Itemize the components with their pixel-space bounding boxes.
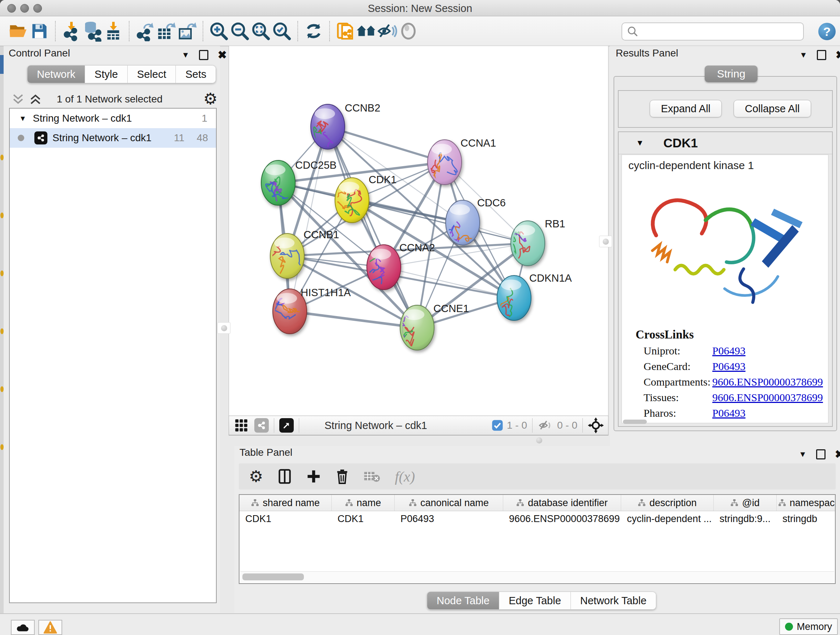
table-hscrollbar[interactable]	[240, 571, 834, 583]
panel-menu-icon[interactable]: ▼	[799, 51, 807, 59]
column-header-namespace[interactable]: namespace	[777, 495, 836, 511]
import-network-file-button[interactable]	[61, 21, 82, 42]
close-panel-icon[interactable]: ✖	[836, 50, 840, 60]
expand-all-icon[interactable]	[29, 93, 42, 105]
zoom-out-button[interactable]	[229, 21, 250, 42]
gray-eye-icon	[399, 22, 418, 41]
column-header-description[interactable]: description	[621, 495, 714, 511]
cloud-status-button[interactable]	[11, 620, 35, 635]
tab-style[interactable]: Style	[85, 65, 127, 83]
gene-section-header[interactable]: ▼ CDK1	[619, 132, 832, 154]
network-edge[interactable]	[290, 311, 417, 328]
network-edge[interactable]	[290, 127, 328, 311]
tab-string[interactable]: String	[705, 65, 758, 82]
collection-caret-icon[interactable]: ▼	[19, 114, 27, 123]
float-panel-icon[interactable]	[199, 50, 208, 60]
fit-content-crosshair-icon[interactable]	[588, 417, 604, 433]
crosslink-link[interactable]: P06493	[712, 345, 745, 357]
zoom-selected-button[interactable]	[271, 21, 292, 42]
bottom-splitter-handle[interactable]	[534, 436, 545, 445]
open-session-button[interactable]	[8, 21, 29, 42]
network-canvas[interactable]: CCNB2CCNA1CDC25BCDK1CDC6RB1CCNB1CCNA2CDK…	[229, 46, 608, 416]
table-cell[interactable]: stringdb	[777, 511, 836, 526]
grid-view-icon[interactable]	[234, 418, 248, 432]
string-style-icon[interactable]	[254, 418, 269, 432]
column-header-database-identifier[interactable]: database identifier	[503, 495, 621, 511]
network-node-CDC25B[interactable]: CDC25B	[261, 159, 336, 205]
table-row[interactable]: CDK1CDK1P064939606.ENSP00000378699cyclin…	[240, 511, 835, 526]
tab-edge-table[interactable]: Edge Table	[499, 592, 571, 610]
float-panel-icon[interactable]	[817, 50, 826, 60]
close-panel-icon[interactable]: ✖	[218, 50, 227, 60]
table-cell[interactable]: CDK1	[240, 511, 332, 526]
collapse-all-button[interactable]: Collapse All	[734, 100, 811, 117]
search-input[interactable]	[642, 26, 803, 38]
export-table-button[interactable]	[156, 21, 177, 42]
column-header-@id[interactable]: @id	[714, 495, 777, 511]
help-button[interactable]: ?	[818, 23, 836, 40]
tab-network[interactable]: Network	[27, 65, 85, 83]
collapse-all-icon[interactable]	[11, 93, 25, 105]
delete-column-icon[interactable]	[335, 469, 349, 485]
crosslink-link[interactable]: P06493	[712, 360, 745, 372]
table-cell[interactable]: P06493	[395, 511, 503, 526]
table-cell[interactable]: cyclin-dependent ...	[621, 511, 714, 526]
zoom-fit-button[interactable]	[250, 21, 271, 42]
table-cell[interactable]: CDK1	[332, 511, 395, 526]
column-header-name[interactable]: name	[332, 495, 395, 511]
birdseye-view-icon[interactable]	[279, 418, 294, 432]
network-row-selected[interactable]: String Network – cdk1 11 48	[10, 128, 216, 148]
import-table-icon	[103, 21, 123, 41]
tab-network-table[interactable]: Network Table	[571, 592, 656, 610]
crosslink-link[interactable]: P06493	[712, 407, 745, 419]
memory-button[interactable]: Memory	[779, 618, 838, 635]
panel-menu-icon[interactable]: ▼	[799, 450, 807, 458]
network-options-gear-icon[interactable]: ⚙	[203, 91, 218, 107]
delete-table-icon[interactable]	[363, 470, 380, 483]
export-image-button[interactable]	[177, 21, 197, 42]
import-table-button[interactable]	[103, 21, 124, 42]
export-network-button[interactable]	[134, 21, 156, 42]
network-edge[interactable]	[328, 127, 445, 162]
expand-all-button[interactable]: Expand All	[650, 100, 722, 117]
tab-select[interactable]: Select	[128, 65, 176, 83]
close-panel-icon[interactable]: ✖	[835, 449, 840, 460]
network-node-CCNA1[interactable]: CCNA1	[426, 137, 496, 185]
home-view-button[interactable]	[356, 21, 377, 42]
save-session-button[interactable]	[29, 21, 50, 42]
selected-checkbox-icon[interactable]	[492, 420, 503, 431]
collapse-caret-icon[interactable]: ▼	[636, 138, 644, 148]
column-header-canonical-name[interactable]: canonical name	[395, 495, 503, 511]
function-builder-icon[interactable]: f(x)	[395, 468, 415, 485]
show-columns-icon[interactable]	[278, 469, 292, 485]
show-view-button[interactable]	[398, 21, 419, 42]
add-column-icon[interactable]	[306, 469, 321, 484]
import-network-database-button[interactable]	[82, 21, 103, 42]
refresh-view-button[interactable]	[303, 21, 324, 42]
table-cell[interactable]: stringdb:9...	[714, 511, 777, 526]
results-hscrollbar-thumb[interactable]	[623, 420, 647, 424]
hidden-eye-icon[interactable]	[538, 419, 554, 432]
tab-node-table[interactable]: Node Table	[427, 592, 499, 610]
table-cell[interactable]: 9606.ENSP00000378699	[503, 511, 621, 526]
warnings-button[interactable]	[38, 620, 62, 635]
network-edge[interactable]	[384, 267, 514, 298]
table-options-gear-icon[interactable]: ⚙	[249, 469, 263, 485]
float-panel-icon[interactable]	[816, 449, 826, 459]
network-node-RB1[interactable]: RB1	[501, 218, 565, 266]
network-node-CDK1[interactable]: CDK1	[333, 174, 396, 223]
right-splitter-handle[interactable]	[599, 236, 612, 247]
column-header-shared-name[interactable]: shared name	[240, 495, 332, 511]
panel-menu-icon[interactable]: ▼	[182, 51, 189, 59]
zoom-in-button[interactable]	[208, 21, 229, 42]
share-session-button[interactable]	[335, 21, 356, 42]
network-node-CDC6[interactable]: CDC6	[437, 197, 506, 264]
network-node-HIST1H1A[interactable]: HIST1H1A	[264, 287, 351, 334]
hide-panel-button[interactable]	[377, 21, 398, 42]
crosslink-link[interactable]: 9606.ENSP00000378699	[712, 376, 823, 388]
network-collection-row[interactable]: ▼ String Network – cdk1 1	[10, 109, 216, 128]
network-node-CCNE1[interactable]: CCNE1	[392, 302, 469, 357]
left-splitter-handle[interactable]	[218, 322, 231, 334]
tab-sets[interactable]: Sets	[176, 65, 216, 83]
crosslink-link[interactable]: 9606.ENSP00000378699	[712, 391, 823, 404]
